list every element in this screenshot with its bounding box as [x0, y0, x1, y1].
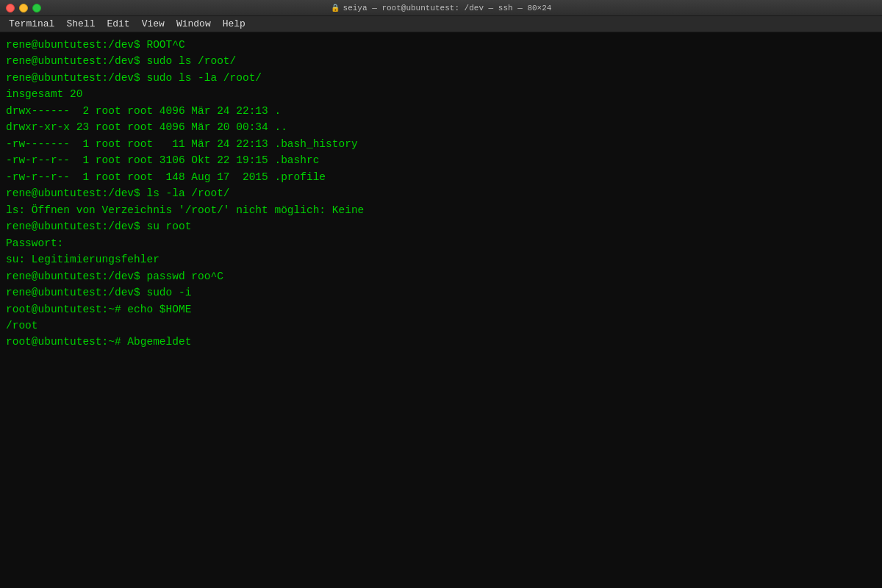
terminal-line: /root	[6, 318, 876, 334]
menu-item-terminal[interactable]: Terminal	[3, 17, 60, 31]
terminal-line: root@ubuntutest:~# echo $HOME	[6, 301, 876, 318]
terminal-line: rene@ubuntutest:/dev$ sudo ls /root/	[6, 53, 876, 69]
terminal-line: -rw-r--r-- 1 root root 148 Aug 17 2015 .…	[6, 169, 876, 185]
terminal-line: rene@ubuntutest:/dev$ ROOT^C	[6, 37, 876, 53]
terminal-line: Passwort:	[6, 235, 876, 251]
menu-item-window[interactable]: Window	[171, 17, 217, 31]
minimize-button[interactable]	[19, 4, 28, 12]
terminal-line: rene@ubuntutest:/dev$ sudo -i	[6, 284, 876, 301]
terminal-line: ls: Öffnen von Verzeichnis '/root/' nich…	[6, 202, 876, 218]
terminal-line: drwxr-xr-x 23 root root 4096 Mär 20 00:3…	[6, 119, 876, 135]
lock-icon: 🔒	[331, 4, 340, 12]
terminal-line: -rw-r--r-- 1 root root 3106 Okt 22 19:15…	[6, 152, 876, 168]
terminal-line: root@ubuntutest:~# Abgemeldet	[6, 334, 876, 350]
menu-item-shell[interactable]: Shell	[60, 17, 101, 31]
terminal-line: rene@ubuntutest:/dev$ ls -la /root/	[6, 185, 876, 201]
terminal-line: drwx------ 2 root root 4096 Mär 24 22:13…	[6, 103, 876, 119]
traffic-lights	[6, 4, 41, 12]
titlebar: 🔒 seiya — root@ubuntutest: /dev — ssh — …	[0, 0, 882, 16]
menu-item-view[interactable]: View	[136, 17, 171, 31]
menu-item-edit[interactable]: Edit	[101, 17, 135, 31]
menubar: TerminalShellEditViewWindowHelp	[0, 16, 882, 32]
terminal-line: rene@ubuntutest:/dev$ sudo ls -la /root/	[6, 70, 876, 86]
terminal-line: insgesamt 20	[6, 86, 876, 102]
menu-item-help[interactable]: Help	[217, 17, 251, 31]
maximize-button[interactable]	[32, 4, 41, 12]
close-button[interactable]	[6, 4, 15, 12]
terminal-line: rene@ubuntutest:/dev$ passwd roo^C	[6, 268, 876, 284]
terminal-line: -rw------- 1 root root 11 Mär 24 22:13 .…	[6, 136, 876, 152]
terminal-line: rene@ubuntutest:/dev$ su root	[6, 218, 876, 234]
terminal-content[interactable]: rene@ubuntutest:/dev$ ROOT^Crene@ubuntut…	[0, 32, 882, 588]
window-title: 🔒 seiya — root@ubuntutest: /dev — ssh — …	[331, 4, 552, 12]
terminal-line: su: Legitimierungsfehler	[6, 251, 876, 268]
